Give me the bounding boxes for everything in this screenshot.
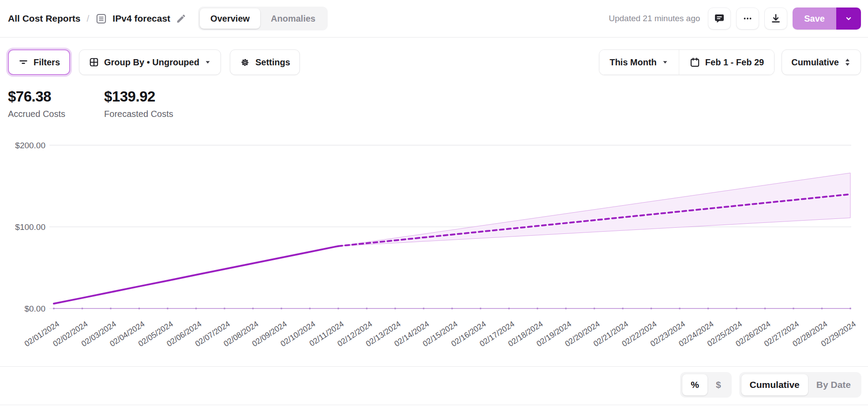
more-options-button[interactable] [736, 8, 759, 30]
svg-text:$200.00: $200.00 [15, 141, 45, 150]
period-preset-button[interactable]: This Month [599, 50, 679, 75]
report-icon [95, 13, 107, 25]
toolbar: Filters Group By • Ungrouped Settings [0, 49, 868, 75]
chart-canvas: $0.00$100.00$200.0002/01/202402/02/20240… [0, 132, 868, 362]
chevron-down-icon [844, 14, 853, 23]
unit-percent-toggle[interactable]: % [682, 374, 707, 395]
filter-icon [18, 57, 29, 68]
settings-label: Settings [255, 57, 290, 68]
gear-icon [239, 57, 251, 68]
breadcrumb-separator: / [87, 13, 90, 24]
breadcrumb-root-link[interactable]: All Cost Reports [8, 13, 81, 24]
download-icon [770, 13, 782, 24]
toolbar-left: Filters Group By • Ungrouped Settings [8, 49, 300, 75]
tab-overview[interactable]: Overview [200, 8, 260, 29]
calendar-icon [689, 57, 700, 68]
view-toggle: Cumulative By Date [739, 372, 861, 398]
save-options-button[interactable] [836, 8, 861, 30]
page-title: IPv4 forecast [112, 13, 170, 24]
stat-forecasted-costs: $139.92 Forecasted Costs [104, 88, 173, 119]
group-by-label: Group By • Ungrouped [104, 57, 199, 68]
view-by-date-toggle[interactable]: By Date [808, 374, 859, 395]
filters-button[interactable]: Filters [8, 49, 70, 75]
cost-forecast-chart: $0.00$100.00$200.0002/01/202402/02/20240… [0, 132, 868, 362]
header: All Cost Reports / IPv4 forecast Overvie… [0, 0, 868, 38]
filters-label: Filters [34, 57, 60, 68]
settings-button[interactable]: Settings [230, 49, 300, 75]
y-axis: $0.00$100.00$200.00 [15, 141, 851, 313]
svg-text:$100.00: $100.00 [15, 222, 45, 232]
accrued-costs-label: Accrued Costs [8, 109, 65, 119]
caret-down-icon [204, 59, 211, 66]
tab-anomalies[interactable]: Anomalies [260, 8, 326, 29]
forecast-confidence-band [338, 173, 850, 246]
group-by-button[interactable]: Group By • Ungrouped [79, 49, 221, 75]
forecasted-costs-label: Forecasted Costs [104, 109, 173, 119]
unit-toggle: % $ [680, 372, 731, 398]
unit-dollar-toggle[interactable]: $ [707, 374, 730, 395]
breadcrumb: All Cost Reports / IPv4 forecast [8, 13, 187, 25]
baseline-series [53, 308, 851, 309]
stat-accrued-costs: $76.38 Accrued Costs [8, 88, 65, 119]
rename-report-button[interactable] [176, 13, 187, 24]
save-button[interactable]: Save [793, 8, 836, 30]
header-actions: Updated 21 minutes ago Save [609, 8, 861, 30]
ellipsis-icon [742, 13, 753, 24]
view-tabs: Overview Anomalies [198, 7, 328, 30]
svg-text:$0.00: $0.00 [24, 304, 45, 313]
period-label: This Month [610, 57, 657, 68]
updated-timestamp: Updated 21 minutes ago [609, 14, 700, 23]
date-range-group: This Month Feb 1 - Feb 29 [599, 49, 774, 75]
footer-divider [0, 366, 868, 367]
grid-icon [89, 57, 99, 68]
x-axis: 02/01/202402/02/202402/03/202402/04/2024… [23, 320, 857, 349]
forecasted-costs-value: $139.92 [104, 88, 173, 105]
comment-icon [714, 13, 725, 24]
toolbar-right: This Month Feb 1 - Feb 29 Cumulative [599, 49, 861, 75]
chart-footer-controls: % $ Cumulative By Date [680, 372, 861, 398]
date-range-label: Feb 1 - Feb 29 [705, 57, 764, 68]
pencil-icon [176, 13, 187, 24]
updown-icon [844, 57, 851, 67]
comments-button[interactable] [708, 8, 731, 30]
save-split-button: Save [793, 8, 861, 30]
accrued-line [54, 246, 338, 304]
mode-label: Cumulative [791, 57, 839, 68]
download-button[interactable] [764, 8, 787, 30]
date-range-button[interactable]: Feb 1 - Feb 29 [679, 50, 774, 75]
accrued-costs-value: $76.38 [8, 88, 65, 105]
summary-stats: $76.38 Accrued Costs $139.92 Forecasted … [0, 88, 868, 119]
view-cumulative-toggle[interactable]: Cumulative [741, 374, 808, 395]
cost-report-page: All Cost Reports / IPv4 forecast Overvie… [0, 0, 868, 405]
display-mode-select[interactable]: Cumulative [782, 49, 861, 75]
caret-down-icon [662, 59, 669, 66]
